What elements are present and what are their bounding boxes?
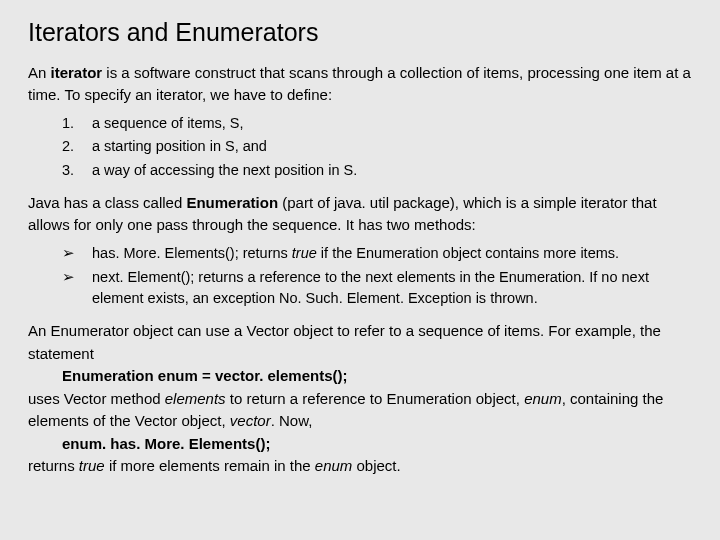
text: Java has a class called <box>28 194 186 211</box>
list-text: a starting position in S, and <box>92 136 267 158</box>
list-text: a way of accessing the next position in … <box>92 160 357 182</box>
emphasis: enum <box>315 457 353 474</box>
list-item: 1. a sequence of items, S, <box>62 113 698 135</box>
tail-paragraph: An Enumerator object can use a Vector ob… <box>28 320 698 478</box>
text-line: returns true if more elements remain in … <box>28 455 698 478</box>
emphasis: true <box>79 457 105 474</box>
list-item: 3. a way of accessing the next position … <box>62 160 698 182</box>
intro-paragraph: An iterator is a software construct that… <box>28 62 698 107</box>
text: is a software construct that scans throu… <box>28 64 691 104</box>
emphasis: true <box>292 245 317 261</box>
text: to return a reference to Enumeration obj… <box>226 390 525 407</box>
slide: Iterators and Enumerators An iterator is… <box>0 0 720 502</box>
list-text: has. More. Elements(); returns true if t… <box>92 243 619 265</box>
text: if the Enumeration object contains more … <box>317 245 619 261</box>
arrow-icon: ➢ <box>62 267 92 311</box>
emphasis: enum <box>524 390 562 407</box>
text: uses Vector method <box>28 390 165 407</box>
text: . Now, <box>271 412 313 429</box>
list-text: a sequence of items, S, <box>92 113 244 135</box>
keyword-enumeration: Enumeration <box>186 194 278 211</box>
text: if more elements remain in the <box>105 457 315 474</box>
text-line: uses Vector method elements to return a … <box>28 388 698 433</box>
code-line: enum. has. More. Elements(); <box>28 433 698 456</box>
list-text: next. Element(); returns a reference to … <box>92 267 698 311</box>
text-line: An Enumerator object can use a Vector ob… <box>28 320 698 365</box>
emphasis: vector <box>230 412 271 429</box>
slide-title: Iterators and Enumerators <box>28 14 698 52</box>
arrow-icon: ➢ <box>62 243 92 265</box>
java-paragraph: Java has a class called Enumeration (par… <box>28 192 698 237</box>
list-item: 2. a starting position in S, and <box>62 136 698 158</box>
text: object. <box>352 457 400 474</box>
list-number: 2. <box>62 136 92 158</box>
code-line: Enumeration enum = vector. elements(); <box>28 365 698 388</box>
text: has. More. Elements(); returns <box>92 245 292 261</box>
list-item: ➢ next. Element(); returns a reference t… <box>62 267 698 311</box>
emphasis: elements <box>165 390 226 407</box>
numbered-list: 1. a sequence of items, S, 2. a starting… <box>28 113 698 182</box>
bullet-list: ➢ has. More. Elements(); returns true if… <box>28 243 698 310</box>
list-number: 3. <box>62 160 92 182</box>
list-number: 1. <box>62 113 92 135</box>
text: An <box>28 64 51 81</box>
keyword-iterator: iterator <box>51 64 103 81</box>
text: returns <box>28 457 79 474</box>
list-item: ➢ has. More. Elements(); returns true if… <box>62 243 698 265</box>
